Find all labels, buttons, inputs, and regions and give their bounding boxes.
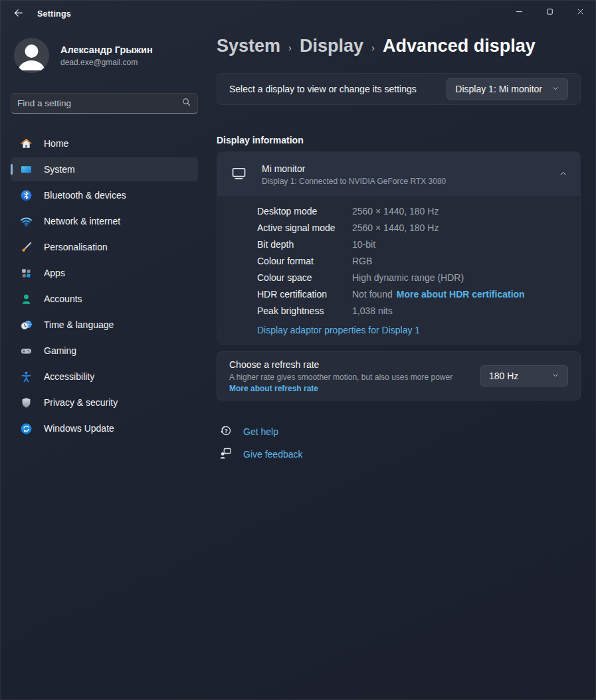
chevron-up-icon[interactable] — [559, 169, 567, 181]
wifi-icon — [19, 215, 33, 228]
display-adaptor-properties-link[interactable]: Display adaptor properties for Display 1 — [257, 325, 420, 335]
minimize-button[interactable] — [504, 1, 534, 24]
bluetooth-icon — [19, 189, 33, 202]
accessibility-icon — [19, 370, 33, 383]
breadcrumb-system[interactable]: System — [217, 36, 280, 56]
apps-icon — [19, 266, 33, 280]
close-button[interactable] — [565, 1, 595, 24]
refresh-rate-dropdown[interactable]: 180 Hz — [480, 365, 568, 387]
sidebar-item-label: Windows Update — [44, 423, 114, 434]
sidebar-item-label: Privacy & security — [44, 397, 118, 408]
user-profile[interactable]: Александр Грыжин dead.exe@gmail.com — [14, 38, 195, 73]
hdr-certification-link[interactable]: More about HDR certification — [397, 289, 525, 300]
display-selector-dropdown[interactable]: Display 1: Mi monitor — [447, 78, 568, 100]
window-controls — [504, 1, 595, 24]
sidebar-item-accessibility[interactable]: Accessibility — [11, 365, 198, 389]
sidebar-item-system[interactable]: System — [11, 157, 198, 181]
page-title: Advanced display — [383, 36, 536, 56]
detail-row-colour-space: Colour space High dynamic range (HDR) — [257, 269, 567, 286]
search-icon — [181, 97, 191, 110]
footer-links: ? Get help Give feedback — [217, 425, 581, 461]
sidebar-item-label: Time & language — [44, 319, 114, 330]
back-arrow-icon — [13, 7, 24, 21]
sidebar: Александр Грыжин dead.exe@gmail.com Home… — [1, 27, 208, 699]
sidebar-item-time-language[interactable]: Time & language — [11, 313, 198, 337]
display-information-card: Mi monitor Display 1: Connected to NVIDI… — [217, 151, 581, 345]
detail-row-active-signal-mode: Active signal mode 2560 × 1440, 180 Hz — [257, 219, 567, 236]
paintbrush-icon — [19, 240, 33, 254]
profile-text: Александр Грыжин dead.exe@gmail.com — [60, 44, 153, 67]
home-icon — [19, 137, 33, 150]
give-feedback-link[interactable]: Give feedback — [243, 449, 303, 460]
sidebar-item-personalisation[interactable]: Personalisation — [11, 235, 198, 259]
system-icon — [19, 163, 33, 176]
get-help-row[interactable]: ? Get help — [219, 425, 581, 438]
refresh-rate-link[interactable]: More about refresh rate — [229, 384, 452, 393]
monitor-header-text: Mi monitor Display 1: Connected to NVIDI… — [262, 163, 446, 186]
sidebar-item-label: Home — [44, 138, 68, 149]
window-title: Settings — [37, 9, 71, 19]
refresh-rate-value: 180 Hz — [489, 371, 518, 381]
main-content: System › Display › Advanced display Sele… — [217, 27, 581, 470]
sidebar-item-label: Bluetooth & devices — [44, 190, 126, 201]
svg-text:?: ? — [225, 427, 228, 434]
sidebar-item-accounts[interactable]: Accounts — [11, 287, 198, 311]
sidebar-item-label: Accounts — [44, 294, 82, 304]
sidebar-item-label: Personalisation — [44, 242, 108, 252]
monitor-name: Mi monitor — [262, 163, 446, 174]
sidebar-item-bluetooth-devices[interactable]: Bluetooth & devices — [11, 183, 198, 207]
breadcrumb-display[interactable]: Display — [300, 36, 363, 56]
sidebar-item-label: Gaming — [44, 345, 76, 356]
get-help-link[interactable]: Get help — [243, 426, 278, 437]
breadcrumb-separator: › — [371, 42, 375, 53]
clock-globe-icon — [19, 318, 33, 331]
refresh-rate-title: Choose a refresh rate — [229, 359, 452, 370]
detail-row-desktop-mode: Desktop mode 2560 × 1440, 180 Hz — [257, 203, 567, 219]
sidebar-item-label: Apps — [44, 268, 65, 278]
breadcrumb-separator: › — [288, 42, 292, 53]
sidebar-item-gaming[interactable]: Gaming — [11, 339, 198, 363]
section-title: Display information — [217, 135, 581, 145]
detail-row-hdr-certification: HDR certification Not found More about H… — [257, 286, 567, 302]
gamepad-icon — [19, 344, 33, 357]
display-selector-card: Select a display to view or change its s… — [217, 73, 581, 105]
sidebar-item-windows-update[interactable]: Windows Update — [11, 416, 198, 440]
detail-row-peak-brightness: Peak brightness 1,038 nits — [257, 302, 567, 319]
refresh-rate-description: A higher rate gives smoother motion, but… — [229, 373, 452, 382]
minimize-icon — [515, 7, 524, 19]
search-box[interactable] — [11, 93, 198, 114]
sidebar-item-privacy-security[interactable]: Privacy & security — [11, 391, 198, 414]
display-selector-label: Select a display to view or change its s… — [229, 84, 417, 94]
sidebar-item-apps[interactable]: Apps — [11, 261, 198, 285]
refresh-rate-card: Choose a refresh rate A higher rate give… — [217, 351, 581, 400]
profile-email: dead.exe@gmail.com — [60, 58, 153, 67]
profile-name: Александр Грыжин — [60, 44, 153, 55]
chevron-down-icon — [551, 371, 559, 381]
breadcrumb: System › Display › Advanced display — [217, 36, 581, 56]
shield-icon — [19, 396, 33, 409]
give-feedback-row[interactable]: Give feedback — [219, 448, 581, 461]
back-button[interactable] — [7, 4, 29, 24]
close-icon — [576, 7, 585, 19]
monitor-subtitle: Display 1: Connected to NVIDIA GeForce R… — [262, 177, 446, 186]
windows-update-icon — [19, 422, 33, 435]
sidebar-item-label: System — [44, 164, 75, 175]
monitor-icon — [230, 164, 248, 185]
titlebar: Settings — [1, 1, 595, 27]
maximize-button[interactable] — [534, 1, 565, 24]
sidebar-item-label: Accessibility — [44, 371, 94, 382]
maximize-icon — [546, 7, 554, 19]
detail-row-bit-depth: Bit depth 10-bit — [257, 236, 567, 252]
display-details: Desktop mode 2560 × 1440, 180 Hz Active … — [217, 197, 580, 344]
sidebar-item-network-internet[interactable]: Network & internet — [11, 209, 198, 233]
sidebar-nav: Home System Bluetooth & devices Network … — [11, 131, 198, 440]
search-input[interactable] — [17, 98, 181, 108]
sidebar-item-home[interactable]: Home — [11, 131, 198, 155]
refresh-rate-text: Choose a refresh rate A higher rate give… — [229, 359, 452, 393]
get-help-icon: ? — [219, 424, 233, 440]
accounts-icon — [19, 292, 33, 306]
sidebar-item-label: Network & internet — [44, 216, 120, 226]
active-indicator — [11, 164, 13, 175]
give-feedback-icon — [219, 446, 233, 463]
monitor-expander-header[interactable]: Mi monitor Display 1: Connected to NVIDI… — [217, 152, 580, 197]
